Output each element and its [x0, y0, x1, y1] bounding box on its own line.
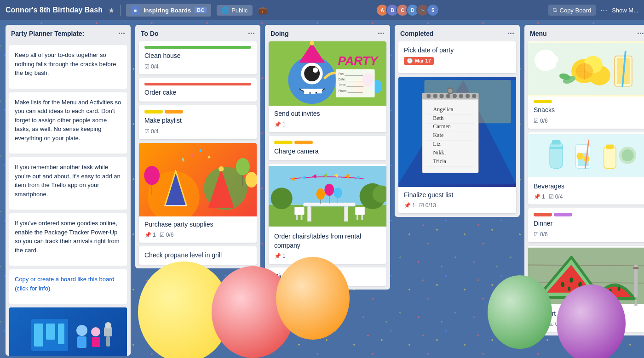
card-order-cake[interactable]: Order cake [139, 78, 257, 102]
snacks-content: Snacks ☑ 0/6 [528, 97, 644, 129]
beverages-content: Beverages 📌 1 ☑ 0/4 [528, 178, 644, 205]
checklist-badge-dessert: ☑ 0/3 [549, 321, 563, 327]
template-card-4[interactable]: If you've ordered some goodies online, e… [9, 213, 127, 266]
svg-point-143 [568, 286, 571, 290]
column-doing-menu-icon[interactable]: ··· [378, 29, 385, 38]
outdoor-svg [269, 164, 386, 228]
svg-point-85 [453, 94, 457, 98]
card-order-chairs[interactable]: Order chairs/tables from rental company … [269, 164, 386, 264]
checklist-icon: ☑ [144, 63, 150, 70]
svg-point-90 [448, 88, 452, 92]
checklist-badge: ☑ 0/4 [144, 63, 159, 70]
svg-rect-35 [317, 89, 322, 93]
avatar-overflow[interactable]: 5 [426, 4, 439, 17]
pin-badge-guest: 📌 1 [404, 202, 415, 209]
guest-card-content: Finalize guest list 📌 1 ☑ 0/13 [398, 187, 516, 214]
label-purple-dinner [554, 213, 572, 216]
svg-rect-146 [634, 265, 638, 297]
svg-point-110 [547, 60, 556, 69]
checklist-badge-supplies: ☑ 0/6 [160, 232, 174, 238]
svg-text:For: ___________: For: ___________ [339, 72, 363, 76]
column-menu-icon[interactable]: ··· [118, 29, 125, 38]
card-pick-outfit[interactable]: Pick out birthday outfit [269, 267, 386, 286]
column-menu-menu-icon[interactable]: ··· [637, 29, 644, 38]
svg-rect-27 [207, 155, 210, 158]
svg-point-18 [218, 166, 224, 171]
svg-point-32 [313, 68, 318, 73]
more-menu-icon[interactable]: ··· [600, 6, 607, 15]
label-yellow-camera [274, 141, 293, 144]
supplies-svg [139, 143, 257, 216]
svg-text:PARTY: PARTY [338, 54, 379, 68]
template-card-1[interactable]: Keep all of your to-dos together so noth… [9, 45, 127, 89]
briefcase-icon: 💼 [258, 6, 267, 15]
column-todo-menu-icon[interactable]: ··· [248, 29, 255, 38]
column-todo: To Do ··· Clean house ☑ 0/4 Order cake [135, 25, 260, 268]
pin-badge-dessert: 📌 1 [534, 321, 545, 327]
svg-rect-132 [604, 147, 616, 168]
svg-rect-58 [296, 215, 298, 220]
star-icon[interactable]: ★ [108, 6, 115, 15]
svg-point-9 [105, 322, 111, 329]
svg-point-50 [271, 188, 293, 209]
svg-rect-10 [106, 336, 110, 347]
pin-badge-invites: 📌 1 [274, 121, 286, 128]
svg-point-19 [144, 166, 160, 185]
watermelon-svg [528, 246, 644, 306]
supplies-image [139, 143, 257, 216]
card-pick-date[interactable]: Pick date of party 🕐 Mar 17 [398, 41, 516, 73]
card-beverages[interactable]: Beverages 📌 1 ☑ 0/4 [528, 132, 644, 205]
chairs-card-content: Order chairs/tables from rental company … [269, 228, 386, 264]
copy-board-button[interactable]: ⧉ Copy Board [548, 5, 596, 16]
svg-rect-33 [304, 89, 309, 94]
notes-svg: Angelica Beth Carmen Kate Liz Nikki Tric… [398, 77, 516, 187]
svg-point-82 [433, 94, 437, 98]
template-card-2[interactable]: Make lists for the Menu and Activities s… [9, 92, 127, 154]
svg-rect-125 [552, 140, 561, 144]
card-purchase-supplies[interactable]: Purchase party supplies 📌 1 ☑ 0/6 [139, 143, 257, 243]
checklist-badge-beverages: ☑ 0/4 [549, 193, 563, 200]
svg-point-87 [466, 94, 470, 98]
card-check-propane[interactable]: Check propane level in grill [139, 246, 257, 265]
app-header: Connor's 8th Birthday Bash ★ ■ Inspiring… [0, 0, 644, 20]
show-menu-button[interactable]: Show M... [612, 7, 638, 14]
board-content: Party Planner Template: ··· Keep all of … [0, 20, 644, 358]
column-party-planner: Party Planner Template: ··· Keep all of … [6, 25, 131, 356]
svg-point-84 [446, 94, 450, 98]
card-clean-house[interactable]: Clean house ☑ 0/4 [139, 41, 257, 74]
card-dinner[interactable]: Dinner ☑ 0/6 [528, 208, 644, 242]
column-doing: Doing ··· [265, 25, 390, 290]
svg-rect-124 [550, 142, 563, 168]
svg-point-4 [76, 325, 87, 336]
pin-badge-beverages: 📌 1 [534, 193, 545, 200]
outdoor-image [269, 164, 386, 228]
card-dessert[interactable]: Dessert 📌 1 ☑ 0/3 [528, 246, 644, 332]
svg-text:Time: __________: Time: __________ [339, 83, 364, 87]
template-card-3[interactable]: If you remember another task while you'r… [9, 157, 127, 210]
trello-playbook-card[interactable] [9, 307, 127, 356]
card-charge-camera[interactable]: Charge camera [269, 136, 386, 161]
svg-text:Liz: Liz [433, 141, 441, 147]
svg-point-88 [472, 94, 476, 98]
avatar-group: A B C D 🎮 5 [376, 4, 439, 17]
svg-point-83 [439, 94, 443, 98]
label-red [144, 83, 251, 85]
column-completed-menu-icon[interactable]: ··· [507, 29, 514, 38]
label-yellow-snacks [534, 100, 552, 103]
card-snacks[interactable]: Snacks ☑ 0/6 [528, 41, 644, 129]
balloon-yellow [138, 261, 230, 358]
card-finalize-guest[interactable]: Angelica Beth Carmen Kate Liz Nikki Tric… [398, 77, 516, 214]
card-make-playlist[interactable]: Make playlist ☑ 0/4 [139, 105, 257, 139]
svg-text:Date: __________: Date: __________ [339, 78, 363, 81]
card-send-invites[interactable]: PARTY For: ___________ Date: __________ … [269, 41, 386, 132]
svg-rect-5 [77, 336, 86, 348]
template-card-5[interactable]: Copy or create a board like this board (… [9, 269, 127, 304]
svg-point-129 [576, 153, 583, 159]
label-red-dinner [534, 213, 552, 216]
visibility-button[interactable]: 🌐 Public [217, 5, 252, 16]
checklist-badge-snacks: ☑ 0/6 [534, 118, 548, 124]
globe-icon: 🌐 [221, 7, 229, 14]
svg-rect-59 [301, 215, 303, 220]
board-breadcrumb[interactable]: ■ Inspiring Boards BC [126, 4, 211, 17]
svg-point-111 [540, 61, 549, 70]
